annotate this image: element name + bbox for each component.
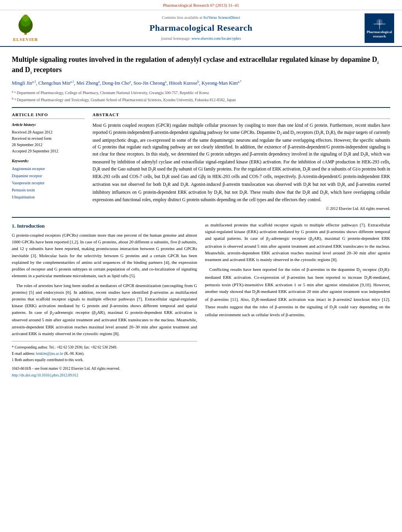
keyword-4: Pertussis toxin	[12, 187, 85, 194]
homepage-line: journal homepage: www.elsevier.com/locat…	[43, 36, 359, 41]
article-info-label: ARTICLE INFO	[12, 112, 85, 119]
badge-icon	[372, 18, 387, 30]
keyword-2: Dopamine receptor	[12, 172, 85, 180]
doi-link[interactable]: http://dx.doi.org/10.1016/j.phrs.2012.09…	[12, 373, 78, 377]
sciverse-line: Contents lists available at SciVerse Sci…	[43, 15, 359, 20]
keyword-5: Ubiquitination	[12, 194, 85, 201]
article-content: Multiple signaling routes involved in th…	[0, 47, 402, 386]
badge-title: Pharmacological research	[367, 30, 392, 39]
svg-point-4	[24, 15, 27, 17]
journal-title: Pharmacological Research	[43, 22, 359, 34]
elsevier-wordmark: ELSEVIER	[13, 37, 38, 43]
abstract-label: ABSTRACT	[93, 112, 390, 119]
journal-reference: Pharmacological Research 67 (2013) 31–41	[0, 0, 402, 10]
dates-block: Received 28 August 2012 Received in revi…	[12, 129, 85, 154]
authors: Mingli Jina,1, Chengchun Mina,1, Mei Zhe…	[12, 79, 390, 87]
keywords-label: Keywords:	[12, 158, 85, 164]
intro-heading: 1. Introduction	[12, 222, 197, 230]
body-left-col: 1. Introduction G protein-coupled recept…	[12, 222, 197, 379]
bottom-info: 1043-6618/$ – see front matter © 2012 El…	[12, 366, 197, 378]
footnote-corresponding: * Corresponding author. Tel.: +82 62 530…	[12, 345, 197, 350]
footnotes-area: * Corresponding author. Tel.: +82 62 530…	[12, 341, 197, 363]
right-para2: Conflicting results have been reported f…	[205, 266, 391, 318]
journal-banner: ELSEVIER Contents lists available at Sci…	[0, 10, 402, 47]
divider-thick	[12, 107, 390, 108]
body-right-col: as multifaceted proteins that scaffold r…	[205, 222, 391, 379]
affiliations: a ᵃ Department of Pharmacology, College …	[12, 89, 390, 103]
info-abstract-section: ARTICLE INFO Article history: Received 2…	[12, 112, 390, 212]
journal-badge: Pharmacological research	[365, 13, 394, 43]
revised-label: Received in revised form	[12, 135, 85, 142]
email-link[interactable]: kmkim@jnu.ac.kr	[36, 352, 63, 356]
issn-line: 1043-6618/$ – see front matter © 2012 El…	[12, 366, 197, 371]
doi-line: http://dx.doi.org/10.1016/j.phrs.2012.09…	[12, 373, 197, 378]
divider-body	[12, 217, 390, 218]
body-two-col: 1. Introduction G protein-coupled recept…	[12, 222, 390, 379]
intro-para2: The roles of arrestins have long been st…	[12, 282, 197, 337]
article-title: Multiple signaling routes involved in th…	[12, 55, 390, 75]
footnote-note1: 1 Both authors equally contributed to th…	[12, 357, 197, 363]
history-label: Article history:	[12, 122, 85, 128]
keyword-3: Vasopressin receptor	[12, 180, 85, 187]
article-info-col: ARTICLE INFO Article history: Received 2…	[12, 112, 85, 212]
history-block: Article history: Received 28 August 2012…	[12, 122, 85, 154]
revised-date: 28 September 2012	[12, 142, 85, 148]
abstract-copyright: © 2012 Elsevier Ltd. All rights reserved…	[93, 206, 390, 211]
footnote-email: E-mail address: kmkim@jnu.ac.kr (K.-M. K…	[12, 351, 197, 356]
intro-para1: G protein-coupled receptors (GPCRs) cons…	[12, 232, 197, 279]
elsevier-logo-area: ELSEVIER	[8, 14, 43, 43]
abstract-col: ABSTRACT Most G protein coupled receptor…	[93, 112, 390, 212]
accepted-date: Accepted 29 September 2012	[12, 148, 85, 154]
received-date: Received 28 August 2012	[12, 129, 85, 135]
sciverse-link[interactable]: SciVerse ScienceDirect	[203, 15, 240, 20]
abstract-text: Most G protein coupled receptors (GPCR) …	[93, 122, 390, 204]
keywords-list: Angiotensin receptor Dopamine receptor V…	[12, 165, 85, 201]
right-para1: as multifaceted proteins that scaffold r…	[205, 222, 391, 263]
homepage-link[interactable]: www.elsevier.com/locate/yphrs	[191, 36, 241, 41]
elsevier-tree-icon	[14, 14, 37, 36]
keywords-block: Keywords: Angiotensin receptor Dopamine …	[12, 158, 85, 201]
banner-center: Contents lists available at SciVerse Sci…	[43, 15, 359, 41]
journal-badge-area: Pharmacological research	[359, 13, 394, 43]
keyword-1: Angiotensin receptor	[12, 165, 85, 172]
